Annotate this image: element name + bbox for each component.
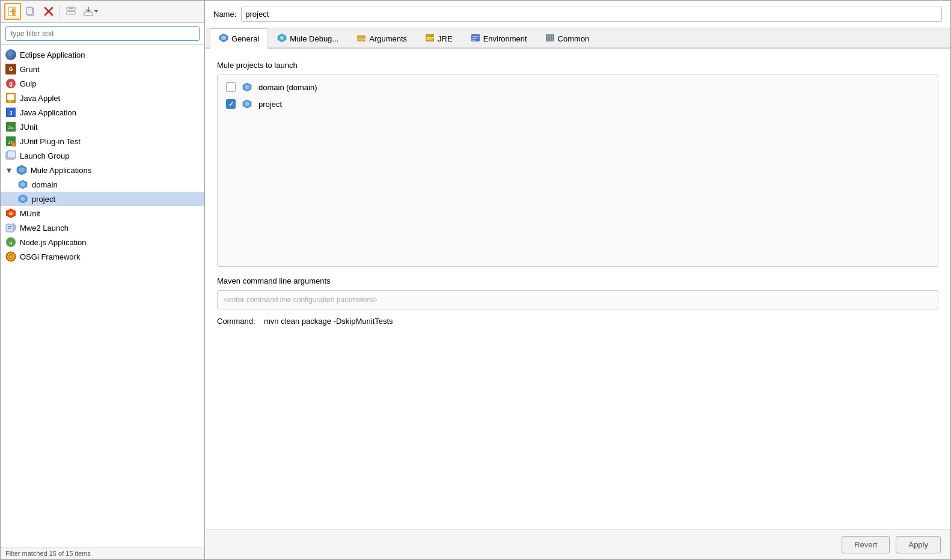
projects-section: Mule projects to launch domain (domain): [217, 61, 938, 267]
general-tab-icon: [219, 33, 228, 44]
maven-section: Maven command line arguments <enter comm…: [217, 276, 938, 328]
tree-item-label: Eclipse Application: [20, 50, 85, 59]
name-row: Name:: [205, 1, 950, 28]
filter-box: [1, 23, 204, 45]
maven-input[interactable]: <enter command line configuration parame…: [217, 290, 938, 309]
domain-checkbox[interactable]: [226, 82, 236, 92]
collapse-button[interactable]: [63, 3, 79, 20]
tree-item-gulp[interactable]: g Gulp: [1, 76, 204, 91]
tree-item-label: Node.js Application: [20, 238, 87, 247]
munit-icon: M: [5, 208, 16, 219]
tree-item-project[interactable]: project: [1, 192, 204, 206]
tree-item-label: domain: [32, 180, 58, 189]
mule-project-icon: [17, 193, 28, 204]
tree-toggle-mule[interactable]: ▼: [5, 166, 13, 174]
projects-section-label: Mule projects to launch: [217, 61, 938, 70]
export-dropdown-icon: [94, 9, 99, 14]
project-name-label: project: [258, 100, 282, 109]
tree-item-java-applet[interactable]: WJ Java Applet: [1, 91, 204, 105]
svg-point-48: [10, 255, 12, 258]
osgi-icon: [5, 251, 16, 262]
tree-item-java-application[interactable]: J Java Application: [1, 105, 204, 120]
tree-item-label: Launch Group: [20, 151, 69, 160]
tab-common[interactable]: Common: [536, 28, 599, 49]
tree-item-label: MUnit: [20, 209, 40, 218]
export-icon: [83, 6, 94, 17]
maven-placeholder: <enter command line configuration parame…: [224, 296, 377, 304]
tree-item-mwe2[interactable]: Mwe2 Launch: [1, 221, 204, 235]
mule-domain-icon: [17, 179, 28, 190]
mule-debug-tab-icon: [277, 33, 287, 44]
tree-item-munit[interactable]: M MUnit: [1, 206, 204, 221]
tab-arguments[interactable]: (x)= Arguments: [347, 28, 416, 49]
tree-item-launch-group[interactable]: Launch Group: [1, 148, 204, 163]
tree-item-osgi[interactable]: OSGi Framework: [1, 249, 204, 264]
duplicate-button[interactable]: [22, 3, 39, 20]
apply-button[interactable]: Apply: [896, 536, 941, 553]
nodejs-icon: n: [5, 237, 16, 248]
svg-text:g: g: [9, 81, 13, 87]
toolbar: [1, 1, 204, 23]
collapse-icon: [66, 6, 76, 17]
gulp-icon: g: [5, 78, 16, 89]
delete-button[interactable]: [40, 3, 57, 20]
left-panel: Eclipse Application G Grunt g Gulp: [1, 1, 205, 559]
environment-tab-icon: [471, 33, 480, 44]
tree-item-nodejs[interactable]: n Node.js Application: [1, 235, 204, 249]
tab-environment[interactable]: Environment: [462, 28, 536, 49]
name-label: Name:: [213, 10, 236, 19]
svg-point-52: [280, 36, 284, 40]
projects-box: domain (domain) project: [217, 75, 938, 267]
filter-input[interactable]: [5, 26, 200, 41]
junit-icon: Ju: [5, 121, 16, 132]
tab-common-label: Common: [558, 34, 590, 43]
grunt-icon: G: [5, 64, 16, 75]
revert-button[interactable]: Revert: [842, 536, 890, 553]
right-panel: Name: General: [205, 1, 950, 559]
tab-jre-label: JRE: [438, 34, 453, 43]
bottom-bar: Revert Apply: [205, 529, 950, 559]
tree-item-label: Java Applet: [20, 94, 60, 103]
tree-item-eclipse-application[interactable]: Eclipse Application: [1, 47, 204, 62]
maven-command: Command: mvn clean package -DskipMunitTe…: [217, 314, 938, 328]
svg-marker-15: [94, 10, 98, 13]
project-row-domain[interactable]: domain (domain): [221, 79, 934, 96]
status-bar: Filter matched 15 of 15 items: [1, 547, 204, 559]
tree-item-junit-plugin[interactable]: Ju P JUnit Plug-in Test: [1, 134, 204, 148]
name-input[interactable]: [241, 7, 942, 22]
tab-jre[interactable]: JRE JRE: [416, 28, 462, 49]
tab-general[interactable]: General: [210, 28, 268, 49]
mule-app-icon: [16, 165, 27, 175]
tree-item-label: Grunt: [20, 65, 40, 74]
svg-rect-7: [26, 7, 32, 14]
svg-rect-14: [84, 12, 93, 16]
tree-item-label: Java Application: [20, 108, 76, 117]
new-config-button[interactable]: [4, 3, 21, 20]
tree-item-label: Mwe2 Launch: [20, 224, 69, 233]
svg-text:n: n: [10, 240, 13, 246]
tree-item-domain[interactable]: domain: [1, 177, 204, 192]
mwe2-icon: [5, 222, 16, 233]
arguments-tab-icon: (x)=: [356, 33, 366, 44]
project-checkbox[interactable]: [226, 99, 236, 109]
project-icon: [242, 99, 252, 109]
export-button[interactable]: [81, 4, 101, 19]
tree-item-grunt[interactable]: G Grunt: [1, 62, 204, 76]
tab-mule-debug[interactable]: Mule Debug...: [268, 28, 347, 49]
tab-arguments-label: Arguments: [369, 34, 407, 43]
project-row-project[interactable]: project: [221, 96, 934, 112]
svg-text:M: M: [9, 212, 13, 216]
tree-item-label: Mule Applications: [31, 166, 91, 175]
eclipse-icon: [5, 49, 16, 60]
tree-item-junit[interactable]: Ju JUnit: [1, 120, 204, 134]
tree-list: Eclipse Application G Grunt g Gulp: [1, 45, 204, 547]
junit-plugin-icon: Ju P: [5, 136, 16, 147]
tree-item-mule-applications[interactable]: ▼ Mule Applications: [1, 163, 204, 177]
status-text: Filter matched 15 of 15 items: [5, 550, 91, 557]
tab-general-label: General: [231, 34, 259, 43]
toolbar-separator: [60, 5, 60, 18]
tab-mule-debug-label: Mule Debug...: [290, 34, 338, 43]
svg-text:(x)=: (x)=: [357, 36, 365, 41]
new-config-icon: [7, 6, 18, 17]
java-app-icon: J: [5, 107, 16, 118]
